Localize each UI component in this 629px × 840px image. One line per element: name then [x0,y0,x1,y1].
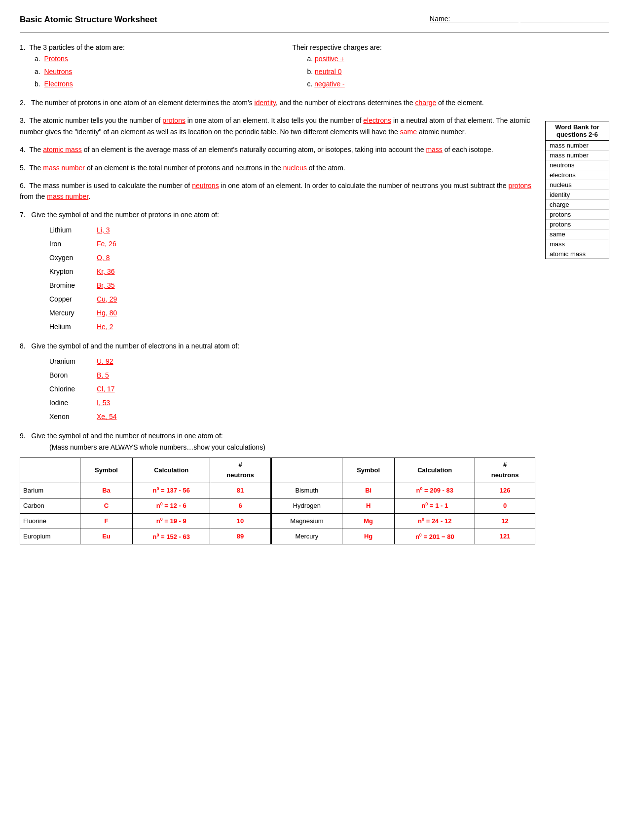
td-hydrogen-calc: n0 = 1 - 1 [395,498,475,513]
td-carbon-symbol: C [80,498,132,513]
question-2: 2. The number of protons in one atom of … [20,97,535,108]
q2-word1: identity [255,99,276,107]
table-row: Fluorine F n0 = 19 - 9 10 Magnesium Mg n… [20,514,535,529]
th-symbol1: Symbol [80,458,132,483]
q4-word1: atomic mass [43,146,82,153]
th-symbol2: Symbol [342,458,394,483]
q5-text1: The [29,164,43,172]
question-9: 9. Give the symbol of and the number of … [20,430,535,544]
q1-charge-2: b. neutral 0 [307,66,536,78]
q4-number: 4. [20,146,29,153]
q4-text2: of an element is the average mass of an … [82,146,426,153]
list-item: Mercury Hg, 80 [49,306,535,320]
td-mercury-name: Mercury [271,529,342,544]
table-row: Europium Eu n0 = 152 - 63 89 Mercury Hg … [20,529,535,544]
q5-text2: of an element is the total number of pro… [85,164,283,172]
q5-number: 5. [20,164,29,172]
header: Basic Atomic Structure Worksheet Name: [20,15,609,33]
td-europium-answer: 89 [210,529,271,544]
q6-text2: in one atom of an element. In order to c… [219,182,509,190]
td-hydrogen-answer: 0 [475,498,535,513]
td-barium-calc: n0 = 137 - 56 [133,483,210,498]
list-item: Boron B, 5 [49,368,535,382]
td-barium-name: Barium [20,483,80,498]
td-barium-answer: 81 [210,483,271,498]
name-field: Name: [430,15,609,23]
question-1: 1. The 3 particles of the atom are: a. P… [20,42,535,90]
q6-text1: The mass number is used to calculate the… [29,182,192,190]
q3-text2: in one atom of an element. It also tells… [185,116,363,124]
td-mercury-answer: 121 [475,529,535,544]
list-item: Copper Cu, 29 [49,292,535,306]
main-content: 1. The 3 particles of the atom are: a. P… [20,42,609,551]
q2-text2: , and the number of electrons determines… [276,99,415,107]
th-calc2: Calculation [395,458,475,483]
neutron-table: Symbol Calculation #neutrons Symbol Calc… [20,458,535,544]
word-bank-item: identity [546,190,609,200]
th-name1 [20,458,80,483]
q1-charge-1: a. positive + [307,53,536,65]
q6-word2: protons [508,182,531,190]
word-bank-item: protons [546,220,609,229]
q3-word2: electrons [363,116,391,124]
td-europium-name: Europium [20,529,80,544]
q6-text4: . [88,192,90,200]
q1-particle-3: b. Electrons [35,78,263,90]
th-neutrons2: #neutrons [475,458,535,483]
word-bank-item: atomic mass [546,249,609,259]
td-fluorine-calc: n0 = 19 - 9 [133,514,210,529]
td-bismuth-calc: n0 = 209 - 83 [395,483,475,498]
q9-text: 9. Give the symbol of and the number of … [20,430,535,441]
q1-particle-1: a. Protons [35,53,263,65]
td-mercury-calc: n0 = 201 − 80 [395,529,475,544]
word-bank-item: charge [546,200,609,210]
q8-element-list: Uranium U, 92 Boron B, 5 Chlorine Cl, 17… [49,354,535,423]
table-row: Carbon C n0 = 12 - 6 6 Hydrogen H n0 = 1… [20,498,535,513]
q6-number: 6. [20,182,29,190]
th-calc1: Calculation [133,458,210,483]
word-bank-item: neutrons [546,160,609,170]
q3-word1: protons [162,116,185,124]
question-3: 3. The atomic number tells you the numbe… [20,115,535,137]
table-row: Barium Ba n0 = 137 - 56 81 Bismuth Bi n0… [20,483,535,498]
list-item: Iron Fe, 26 [49,237,535,251]
q3-number: 3. [20,116,29,124]
td-fluorine-answer: 10 [210,514,271,529]
q8-text: 8. Give the symbol of and the number of … [20,341,535,351]
q5-text3: of the atom. [307,164,345,172]
q1-right: Their respective charges are: a. positiv… [293,42,536,90]
q4-text3: of each isotope. [443,146,493,153]
td-europium-symbol: Eu [80,529,132,544]
list-item: Lithium Li, 3 [49,223,535,237]
word-bank-item: electrons [546,170,609,180]
q7-text: 7. Give the symbol of and the number of … [20,209,535,220]
q2-number: 2. [20,99,29,107]
page-title: Basic Atomic Structure Worksheet [20,15,157,25]
td-hydrogen-symbol: H [342,498,394,513]
q6-word3: mass number [47,192,88,200]
td-carbon-answer: 6 [210,498,271,513]
th-neutrons1: #neutrons [210,458,271,483]
q2-text1: The number of protons in one atom of an … [31,99,254,107]
question-7: 7. Give the symbol of and the number of … [20,209,535,334]
q6-text3: from the [20,192,47,200]
q1-charge-3: c. negative - [307,78,536,90]
td-magnesium-name: Magnesium [271,514,342,529]
td-hydrogen-name: Hydrogen [271,498,342,513]
td-fluorine-symbol: F [80,514,132,529]
word-bank-item: mass number [546,141,609,151]
q1-intro: 1. The 3 particles of the atom are: [20,42,263,53]
left-content: 1. The 3 particles of the atom are: a. P… [20,42,535,551]
q1-left: 1. The 3 particles of the atom are: a. P… [20,42,263,90]
q2-text3: of the element. [436,99,484,107]
list-item: Bromine Br, 35 [49,278,535,292]
question-5: 5. The mass number of an element is the … [20,162,535,173]
word-bank-item: mass [546,239,609,249]
q3-text4: atomic number. [417,128,466,136]
q3-text1: The atomic number tells you the number o… [29,116,162,124]
td-europium-calc: n0 = 152 - 63 [133,529,210,544]
word-bank-title: Word Bank for questions 2-6 [546,121,609,141]
question-4: 4. The atomic mass of an element is the … [20,144,535,155]
q1-charges-title: Their respective charges are: [293,42,536,53]
question-8: 8. Give the symbol of and the number of … [20,341,535,423]
